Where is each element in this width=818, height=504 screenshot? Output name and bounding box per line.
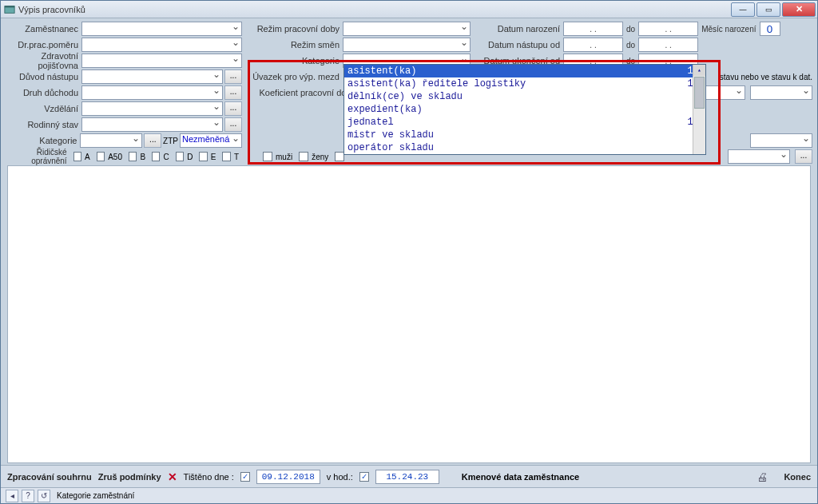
label-vzdelani: Vzdělání	[6, 104, 81, 113]
label-mkategorie: Kategorie	[247, 56, 343, 65]
select-zdravpoj[interactable]	[81, 54, 242, 68]
dots-br[interactable]: ...	[795, 149, 812, 164]
date-nar-to[interactable]: . .	[638, 22, 698, 36]
btn-zpracovani[interactable]: Zpracování souhrnu	[7, 472, 92, 482]
label-uvazek: Úvazek pro výp. mezd	[247, 72, 343, 81]
label-druhduch: Druh důchodu	[6, 88, 81, 97]
dropdown-item[interactable]: mistr ve skladu6	[344, 129, 705, 141]
chk-muzi[interactable]	[263, 152, 272, 161]
date-nar-from[interactable]: . .	[563, 22, 623, 36]
select-druhduch[interactable]	[81, 85, 223, 100]
select-rezimprac[interactable]	[343, 22, 471, 36]
select-br2[interactable]	[728, 149, 790, 164]
scroll-thumb[interactable]	[694, 77, 705, 109]
select-stav2[interactable]	[750, 85, 812, 100]
label-vhod: v hod.:	[327, 472, 353, 482]
label-kmen: Kmenové data zaměstnance	[462, 472, 579, 482]
btn-zrus[interactable]: Zruš podmínky	[98, 472, 161, 482]
label-drprac: Dr.prac.poměru	[6, 40, 81, 50]
label-datnast: Datum nástupu od	[475, 40, 563, 50]
dropdown-item[interactable]: asistent(ka)13	[344, 65, 705, 77]
dots-vzdelani[interactable]: ...	[224, 101, 242, 116]
svg-rect-1	[5, 6, 14, 7]
window-title: Výpis pracovníků	[18, 5, 731, 14]
label-rodstav: Rodinný stav	[6, 120, 81, 129]
help-icon-1[interactable]: ◂	[6, 490, 18, 502]
input-tisteno-time[interactable]	[375, 470, 439, 484]
select-rodstav[interactable]	[81, 117, 223, 132]
cancel-x-icon[interactable]: ✕	[168, 470, 177, 483]
select-drprac[interactable]	[81, 38, 242, 52]
chk-ridic-b[interactable]	[129, 152, 137, 161]
scroll-up-icon[interactable]: ▴	[693, 65, 705, 76]
date-nast-to[interactable]: . .	[638, 38, 698, 52]
select-kategorie[interactable]	[80, 133, 142, 148]
label-koef: Koeficient pracovní doby	[247, 88, 359, 97]
date-nast-from[interactable]: . .	[563, 38, 623, 52]
label-datnar: Datum narození	[475, 24, 563, 34]
label-mesnar: Měsíc narození	[698, 25, 759, 34]
select-rezimsmen[interactable]	[343, 38, 471, 52]
dots-rodstav[interactable]: ...	[224, 117, 242, 132]
chk-zeny[interactable]	[299, 152, 308, 161]
dropdown-item[interactable]: jednatel18	[344, 116, 705, 129]
chk-ridic-a50[interactable]	[97, 152, 105, 161]
dropdown-item[interactable]: asistent(ka) ředitele logistiky14	[344, 77, 705, 90]
select-vzdelani[interactable]	[81, 101, 223, 116]
help-icon-3[interactable]: ↺	[38, 490, 50, 502]
chk-vhod[interactable]	[359, 472, 369, 482]
label-zdravpoj: Zdravotní pojišťovna	[6, 51, 81, 70]
dots-duvod[interactable]: ...	[224, 69, 242, 84]
select-duvod[interactable]	[81, 69, 223, 84]
chk-ridic-d[interactable]	[176, 152, 184, 161]
label-rezimsmen: Režim směn	[247, 40, 343, 50]
chk-ridic-t[interactable]	[222, 152, 230, 161]
label-rezimprac: Režim pracovní doby	[247, 24, 343, 34]
input-mesnar[interactable]	[760, 22, 780, 36]
results-area	[7, 165, 811, 463]
label-tisteno: Tištěno dne :	[184, 472, 234, 482]
chk-ridic-c[interactable]	[152, 152, 160, 161]
dots-kategorie[interactable]: ...	[144, 133, 161, 148]
select-ztp[interactable]: Nezměněná	[180, 133, 242, 148]
dropdown-kategorie-list[interactable]: asistent(ka)13asistent(ka) ředitele logi…	[343, 64, 706, 155]
app-icon	[4, 4, 15, 15]
dropdown-item[interactable]: dělník(ce) ve skladu8	[344, 90, 705, 103]
dropdown-item[interactable]: operátor skladu4	[344, 141, 705, 154]
chk-ridic-e[interactable]	[199, 152, 207, 161]
label-ridic: Řidičské oprávnění	[6, 148, 70, 165]
select-bottom-right[interactable]	[750, 133, 812, 148]
label-kategorie: Kategorie	[6, 136, 80, 145]
label-zamestnanec: Zaměstnanec	[6, 24, 81, 34]
label-ztp: ZTP	[161, 137, 180, 145]
help-text: Kategorie zaměstnání	[57, 491, 134, 500]
chk-tisteno-dne[interactable]	[240, 472, 250, 482]
dropdown-item[interactable]: expedient(ka)7	[344, 103, 705, 116]
btn-konec[interactable]: Konec	[784, 472, 811, 482]
help-icon-2[interactable]: ?	[22, 490, 34, 502]
dots-druhduch[interactable]: ...	[224, 85, 242, 100]
input-tisteno-date[interactable]	[256, 470, 320, 484]
select-zamestnanec[interactable]	[81, 22, 242, 36]
label-duvod: Důvod nástupu	[6, 72, 81, 81]
close-button[interactable]: ✕	[782, 2, 816, 17]
maximize-button[interactable]: ▭	[756, 2, 780, 17]
label-stavtext: stavu nebo ve stavu k dat.	[720, 73, 812, 81]
chk-ridic-a[interactable]	[73, 152, 81, 161]
minimize-button[interactable]: —	[731, 2, 755, 17]
print-icon[interactable]: 🖨	[756, 470, 768, 483]
dropdown-scrollbar[interactable]: ▴	[693, 65, 705, 154]
